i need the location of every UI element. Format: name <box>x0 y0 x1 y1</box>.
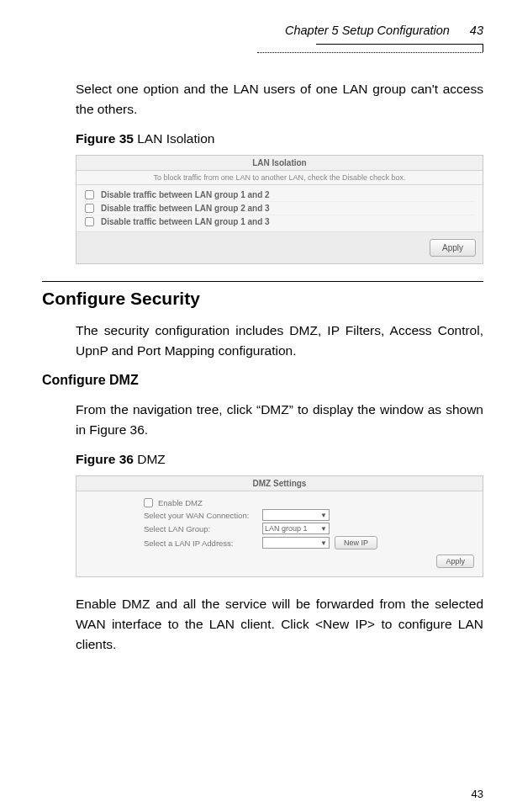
enable-dmz-checkbox[interactable] <box>144 498 153 507</box>
enable-dmz-label: Enable DMZ <box>158 498 203 507</box>
chevron-down-icon: ▼ <box>320 525 327 533</box>
header-page-number: 43 <box>470 24 483 37</box>
disable-checkbox-3[interactable] <box>85 217 94 226</box>
lan-isolation-subtitle: To block traffic from one LAN to another… <box>76 171 483 185</box>
lan-isolation-row: Disable traffic between LAN group 1 and … <box>85 188 474 202</box>
lan-isolation-title: LAN Isolation <box>76 156 483 171</box>
lan-isolation-row: Disable traffic between LAN group 1 and … <box>85 215 474 228</box>
new-ip-button[interactable]: New IP <box>335 536 377 549</box>
section-rule <box>42 281 483 282</box>
chevron-down-icon: ▼ <box>320 539 327 547</box>
select-value: LAN group 1 <box>265 524 308 533</box>
figure-36-caption-rest: DMZ <box>134 452 166 466</box>
dmz-field-label: Select LAN Group: <box>144 524 257 533</box>
lan-group-select[interactable]: LAN group 1▼ <box>262 523 330 534</box>
lan-row-label: Disable traffic between LAN group 1 and … <box>101 190 270 199</box>
footer-page-number: 43 <box>472 788 483 800</box>
dmz-paragraph-2: Enable DMZ and all the service will be f… <box>76 594 483 655</box>
configure-security-heading: Configure Security <box>42 289 483 309</box>
wan-connection-select[interactable]: ▼ <box>262 509 330 521</box>
security-paragraph: The security configuration includes DMZ,… <box>76 321 483 361</box>
header-chapter: Chapter 5 Setup Configuration <box>285 24 450 37</box>
lan-row-label: Disable traffic between LAN group 2 and … <box>101 204 270 213</box>
figure-36-caption: Figure 36 DMZ <box>76 452 483 467</box>
figure-35-caption-bold: Figure 35 <box>76 131 134 146</box>
figure-36-caption-bold: Figure 36 <box>76 452 134 466</box>
figure-35-caption: Figure 35 LAN Isolation <box>76 131 483 146</box>
lan-row-label: Disable traffic between LAN group 1 and … <box>101 217 270 226</box>
intro-paragraph: Select one option and the LAN users of o… <box>76 79 483 119</box>
chevron-down-icon: ▼ <box>320 512 327 519</box>
dmz-field-label: Select a LAN IP Address: <box>144 539 257 548</box>
dmz-field-label: Select your WAN Connection: <box>144 511 257 520</box>
disable-checkbox-1[interactable] <box>85 190 94 199</box>
configure-dmz-heading: Configure DMZ <box>42 373 483 388</box>
dmz-paragraph-1: From the navigation tree, click “DMZ” to… <box>76 400 483 440</box>
header-rule <box>316 44 484 52</box>
figure-36-panel: DMZ Settings Enable DMZ Select your WAN … <box>76 475 483 577</box>
dmz-settings-title: DMZ Settings <box>76 476 483 491</box>
lan-isolation-row: Disable traffic between LAN group 2 and … <box>85 202 474 215</box>
figure-35-panel: LAN Isolation To block traffic from one … <box>76 155 483 264</box>
dmz-apply-button[interactable]: Apply <box>436 555 474 568</box>
figure-35-caption-rest: LAN Isolation <box>134 131 215 146</box>
apply-button[interactable]: Apply <box>430 239 476 257</box>
lan-ip-select[interactable]: ▼ <box>262 537 330 549</box>
disable-checkbox-2[interactable] <box>85 204 94 213</box>
